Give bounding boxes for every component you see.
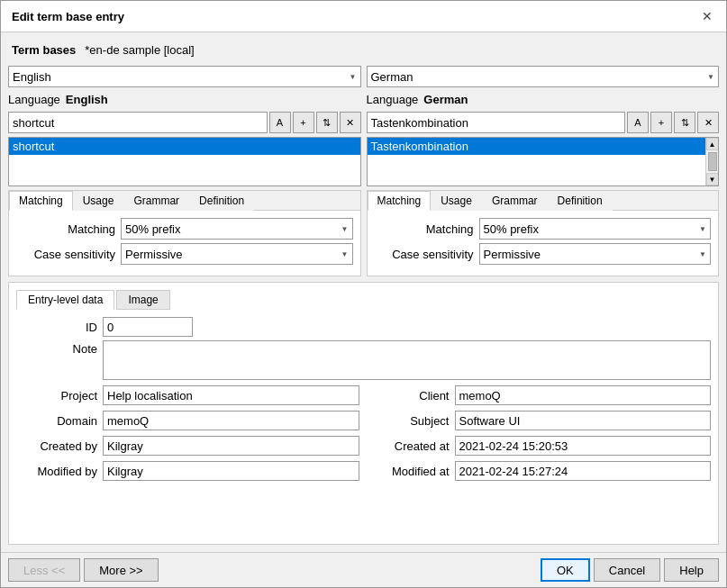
english-term-input[interactable] xyxy=(8,112,268,133)
english-term-item[interactable]: shortcut xyxy=(9,138,360,155)
german-tab-usage[interactable]: Usage xyxy=(431,191,482,211)
scroll-up-arrow[interactable]: ▲ xyxy=(706,138,719,150)
german-tab-matching[interactable]: Matching xyxy=(368,191,432,211)
english-tab-usage[interactable]: Usage xyxy=(73,191,124,211)
german-lang-dropdown[interactable]: German xyxy=(367,66,720,87)
btn-group-right: OK Cancel Help xyxy=(541,558,719,582)
german-panel: German Language German A + ⇅ ✕ Tastenkom… xyxy=(367,66,720,276)
german-tab-grammar[interactable]: Grammar xyxy=(482,191,548,211)
entry-tab-data[interactable]: Entry-level data xyxy=(16,290,114,310)
modified-by-input[interactable] xyxy=(103,461,359,481)
english-tab-content: Matching 50% prefix Exact 70% prefix 80%… xyxy=(9,211,360,276)
german-matching-dropdown-wrapper: 50% prefix Exact 70% prefix 80% prefix xyxy=(479,218,712,240)
german-add-button[interactable]: + xyxy=(650,112,672,133)
help-button[interactable]: Help xyxy=(664,558,719,582)
english-matching-select[interactable]: 50% prefix Exact 70% prefix 80% prefix xyxy=(121,218,353,240)
client-label: Client xyxy=(368,389,450,403)
english-lang-dropdown-wrapper: English xyxy=(8,66,361,87)
english-matching-label: Matching xyxy=(16,222,115,236)
english-term-list: shortcut xyxy=(8,137,361,186)
english-case-select[interactable]: Permissive Sensitive Ignore xyxy=(121,243,353,265)
cancel-button[interactable]: Cancel xyxy=(594,558,660,582)
entry-level-tabs: Entry-level data Image xyxy=(16,290,711,310)
note-label: Note xyxy=(16,340,97,356)
german-case-select[interactable]: Permissive Sensitive Ignore xyxy=(479,243,712,265)
german-lang-dropdown-wrapper: German xyxy=(367,66,720,87)
term-bases-row: Term bases *en-de sample [local] xyxy=(8,40,719,60)
domain-row: Domain xyxy=(16,411,359,430)
created-by-label: Created by xyxy=(16,439,97,453)
english-tab-definition[interactable]: Definition xyxy=(189,191,254,211)
english-case-dropdown-wrapper: Permissive Sensitive Ignore xyxy=(121,243,353,265)
english-add-button[interactable]: + xyxy=(293,112,314,133)
english-case-row: Case sensitivity Permissive Sensitive Ig… xyxy=(16,243,353,265)
subject-label: Subject xyxy=(368,414,450,428)
german-list-scrollbar[interactable]: ▲ ▼ xyxy=(705,138,718,185)
dialog-title: Edit term base entry xyxy=(12,10,124,23)
german-format-button[interactable]: A xyxy=(627,112,649,133)
created-by-row: Created by xyxy=(16,436,359,456)
subject-input[interactable] xyxy=(455,411,712,430)
btn-group-left: Less << More >> xyxy=(8,558,159,582)
german-tab-definition[interactable]: Definition xyxy=(548,191,613,211)
scroll-thumb xyxy=(708,152,717,171)
english-tab-matching[interactable]: Matching xyxy=(9,191,73,211)
note-row: Note xyxy=(16,340,711,380)
english-format-button[interactable]: A xyxy=(269,112,291,133)
project-input[interactable] xyxy=(103,385,359,405)
term-base-name: *en-de sample [local] xyxy=(85,43,194,57)
english-term-input-row: A + ⇅ ✕ xyxy=(8,112,361,133)
more-button[interactable]: More >> xyxy=(84,558,158,582)
german-matching-label: Matching xyxy=(375,222,474,236)
german-tabs-row: Matching Usage Grammar Definition xyxy=(368,191,719,211)
english-language-label: Language xyxy=(8,93,60,106)
entry-fields-grid: Project Client Domain Subject Created by xyxy=(16,385,711,481)
modified-at-label: Modified at xyxy=(368,465,450,478)
domain-input[interactable] xyxy=(103,411,359,430)
german-term-input[interactable] xyxy=(367,112,626,133)
modified-at-input[interactable] xyxy=(455,461,712,481)
entry-tab-image[interactable]: Image xyxy=(116,290,169,310)
ok-button[interactable]: OK xyxy=(541,558,590,582)
german-term-input-row: A + ⇅ ✕ xyxy=(367,112,720,133)
english-matching-section: Matching Usage Grammar Definition Matchi… xyxy=(8,190,361,276)
bottom-buttons: Less << More >> OK Cancel Help xyxy=(1,552,726,587)
modified-by-row: Modified by xyxy=(16,461,359,481)
note-textarea[interactable] xyxy=(103,340,711,380)
english-sort-button[interactable]: ⇅ xyxy=(316,112,338,133)
modified-at-row: Modified at xyxy=(368,461,712,481)
german-language-name: German xyxy=(423,93,468,106)
entry-level-section: Entry-level data Image ID Note Project C… xyxy=(8,282,719,545)
german-lang-label-row: Language German xyxy=(367,91,720,108)
scroll-down-arrow[interactable]: ▼ xyxy=(706,173,719,185)
project-label: Project xyxy=(16,389,97,403)
german-matching-select[interactable]: 50% prefix Exact 70% prefix 80% prefix xyxy=(479,218,712,240)
english-delete-button[interactable]: ✕ xyxy=(340,112,361,133)
modified-by-label: Modified by xyxy=(16,465,97,478)
created-by-input[interactable] xyxy=(103,436,359,456)
german-case-row: Case sensitivity Permissive Sensitive Ig… xyxy=(375,243,712,265)
german-case-dropdown-wrapper: Permissive Sensitive Ignore xyxy=(479,243,712,265)
english-lang-label-row: Language English xyxy=(8,91,361,108)
german-term-item[interactable]: Tastenkombination xyxy=(368,138,719,155)
english-language-name: English xyxy=(66,93,108,106)
german-tab-content: Matching 50% prefix Exact 70% prefix 80%… xyxy=(368,211,719,276)
english-panel: English Language English A + ⇅ ✕ shortcu… xyxy=(8,66,361,276)
term-bases-label: Term bases xyxy=(12,43,76,57)
id-input[interactable] xyxy=(103,317,193,337)
german-delete-button[interactable]: ✕ xyxy=(697,112,719,133)
english-tabs-row: Matching Usage Grammar Definition xyxy=(9,191,360,211)
subject-row: Subject xyxy=(368,411,712,430)
english-lang-dropdown[interactable]: English xyxy=(8,66,361,87)
english-matching-row: Matching 50% prefix Exact 70% prefix 80%… xyxy=(16,218,353,240)
less-button[interactable]: Less << xyxy=(8,558,80,582)
english-tab-grammar[interactable]: Grammar xyxy=(123,191,189,211)
client-input[interactable] xyxy=(455,385,712,405)
german-case-label: Case sensitivity xyxy=(375,248,474,261)
german-language-label: Language xyxy=(367,93,419,106)
close-button[interactable]: ✕ xyxy=(699,8,715,24)
german-matching-row: Matching 50% prefix Exact 70% prefix 80%… xyxy=(375,218,712,240)
created-at-input[interactable] xyxy=(455,436,712,456)
german-matching-section: Matching Usage Grammar Definition Matchi… xyxy=(367,190,720,276)
german-sort-button[interactable]: ⇅ xyxy=(674,112,695,133)
